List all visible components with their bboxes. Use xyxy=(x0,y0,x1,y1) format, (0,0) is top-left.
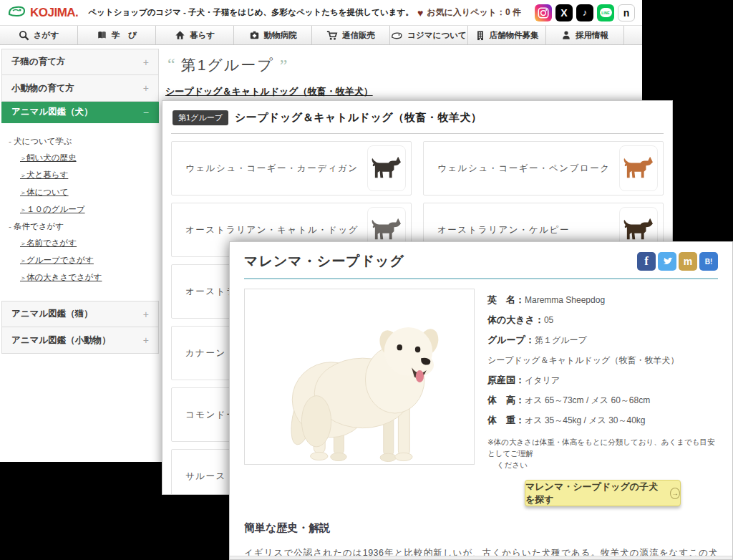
arrow-right-icon: → xyxy=(670,488,680,499)
logo-text: KOJIMA. xyxy=(30,6,78,20)
breed-photo xyxy=(244,289,475,465)
hatena-icon[interactable]: B! xyxy=(699,252,718,271)
field-value: オス 65～73cm / メス 60～68cm xyxy=(525,395,650,405)
size-note: ※体の大きさは体重・体高をもとに分類しており、あくまでも目安としてご理解 くださ… xyxy=(487,436,718,470)
heart-icon: ♥ xyxy=(417,7,423,19)
group-link[interactable]: シープドッグ＆キャトルドッグ（牧畜・牧羊犬） xyxy=(165,85,642,98)
history-heading: 簡単な歴史・解説 xyxy=(244,521,718,535)
note-icon[interactable]: n xyxy=(618,4,635,21)
breed-details: 英 名：Maremma Sheepdog 体の大きさ：05 グループ：第１グルー… xyxy=(475,289,718,506)
field-label: 英 名： xyxy=(487,294,525,305)
field-value: 第１グループ xyxy=(535,335,587,345)
dog-thumb-image xyxy=(619,145,658,191)
field-value: オス 35～45kg / メス 30～40kg xyxy=(525,415,646,425)
sidebar-submenu: 犬について学ぶ 飼い犬の歴史 犬と暮らす 体について １０のグループ 条件でさが… xyxy=(1,123,159,301)
field-label: 体 高： xyxy=(487,395,525,405)
dog-thumb-image xyxy=(367,145,406,191)
field-label: グループ： xyxy=(487,334,535,345)
nav-item-recruit[interactable]: 採用情報 xyxy=(546,26,624,44)
sidebar-item-small-animal-care[interactable]: 小動物の育て方 + xyxy=(1,75,159,102)
minus-icon: − xyxy=(143,107,149,118)
group-card-header: 第1グループ シープドッグ＆キャトルドッグ（牧畜・牧羊犬） xyxy=(171,107,664,134)
field-value: シープドッグ＆キャトルドッグ（牧畜・牧羊犬） xyxy=(487,355,679,365)
nav-item-learn[interactable]: 学 び xyxy=(78,26,156,44)
field-label: 体 重： xyxy=(487,415,525,425)
field-value: イタリア xyxy=(525,375,560,385)
sidebar-item-cat-encyclopedia[interactable]: アニマル図鑑（猫） + xyxy=(1,301,159,327)
search-icon xyxy=(19,30,29,41)
kojima-logo[interactable]: KOJIMA. xyxy=(7,4,78,21)
favorites-link[interactable]: ♥ お気に入りペット：0 件 xyxy=(417,6,521,19)
breed-card-welsh-corgi-pembroke[interactable]: ウェルシュ・コーギー・ペンブローク xyxy=(423,141,664,195)
sidebar: 子猫の育て方 + 小動物の育て方 + アニマル図鑑（犬） − 犬について学ぶ 飼… xyxy=(0,45,161,354)
mixi-icon[interactable]: m xyxy=(679,252,697,271)
submenu-heading-learn-dogs: 犬について学ぶ xyxy=(9,136,153,147)
building-icon xyxy=(475,30,485,41)
plus-icon: + xyxy=(143,309,149,320)
sidebar-item-dog-encyclopedia[interactable]: アニマル図鑑（犬） − xyxy=(1,102,159,123)
x-icon[interactable]: X xyxy=(555,4,573,21)
sidebar-link-living-with-dogs[interactable]: 犬と暮らす xyxy=(20,170,153,180)
nav-item-property[interactable]: 店舗物件募集 xyxy=(468,26,546,44)
instagram-icon[interactable] xyxy=(535,4,552,21)
sidebar-link-search-by-group[interactable]: グループでさがす xyxy=(20,255,153,266)
sidebar-link-search-by-size[interactable]: 体の大きさでさがす xyxy=(20,272,153,283)
breed-name: ウェルシュ・コーギー・ペンブローク xyxy=(437,163,611,175)
page-title: 第1グループ xyxy=(168,55,642,75)
submenu-heading-search-by: 条件でさがす xyxy=(9,221,153,232)
breed-detail-card: マレンマ・シープドッグ f m B! xyxy=(229,241,733,560)
plus-icon: + xyxy=(143,82,149,94)
site-header: KOJIMA. ペットショップのコジマ - 子犬・子猫をはじめ、多彩なペットたち… xyxy=(0,0,642,25)
line-icon[interactable]: LINE xyxy=(597,4,614,21)
breed-name: オーストラリアン・キャトル・ドッグ xyxy=(185,224,359,236)
tiktok-icon[interactable]: ♪ xyxy=(576,4,593,21)
sidebar-link-dog-history[interactable]: 飼い犬の歴史 xyxy=(20,153,153,163)
sidebar-item-small-animal-encyclopedia[interactable]: アニマル図鑑（小動物） + xyxy=(1,327,159,354)
find-puppy-button[interactable]: マレンマ・シープドッグの子犬を探す → xyxy=(525,480,681,506)
person-icon xyxy=(561,30,571,40)
bird-icon xyxy=(391,31,403,40)
sidebar-link-search-by-name[interactable]: 名前でさがす xyxy=(20,238,153,248)
field-label: 体の大きさ： xyxy=(487,314,544,325)
nav-filler xyxy=(624,26,642,44)
nav-item-shop[interactable]: 通信販売 xyxy=(312,26,390,44)
facebook-icon[interactable]: f xyxy=(637,252,656,271)
maremma-sheepdog-image xyxy=(252,298,467,464)
group-card-title: シープドッグ＆キャトルドッグ（牧畜・牧羊犬） xyxy=(235,111,482,125)
sidebar-link-ten-groups[interactable]: １０のグループ xyxy=(20,204,153,215)
house-icon xyxy=(175,30,185,40)
share-buttons: f m B! xyxy=(637,252,718,271)
breed-name: ウェルシュ・コーギー・カーディガン xyxy=(185,163,359,175)
field-label: 原産国： xyxy=(487,375,525,385)
twitter-icon[interactable] xyxy=(658,252,676,271)
nav-item-about[interactable]: コジマについて xyxy=(390,26,468,44)
breed-title: マレンマ・シープドッグ xyxy=(244,252,404,271)
cart-icon xyxy=(326,30,338,41)
hospital-cross-icon xyxy=(249,30,260,40)
kojima-bird-icon xyxy=(7,4,27,21)
nav-item-search[interactable]: さがす xyxy=(0,26,78,44)
book-icon xyxy=(97,30,107,40)
breed-name: オーストラリアン・ケルピー xyxy=(437,224,570,236)
group-badge: 第1グループ xyxy=(173,110,228,125)
field-value: 05 xyxy=(544,315,553,325)
nav-item-live[interactable]: 暮らす xyxy=(156,26,234,44)
section-divider xyxy=(230,556,732,559)
sidebar-item-kitten-care[interactable]: 子猫の育て方 + xyxy=(1,49,159,75)
sidebar-link-about-body[interactable]: 体について xyxy=(20,187,153,198)
field-value: Maremma Sheepdog xyxy=(525,295,605,305)
site-tagline: ペットショップのコジマ - 子犬・子猫をはじめ、多彩なペットたちを提供しています… xyxy=(88,7,414,18)
nav-item-hospital[interactable]: 動物病院 xyxy=(234,26,312,44)
plus-icon: + xyxy=(143,334,149,346)
breed-card-welsh-corgi-cardigan[interactable]: ウェルシュ・コーギー・カーディガン xyxy=(171,141,412,195)
title-divider xyxy=(244,278,718,279)
plus-icon: + xyxy=(143,57,149,68)
main-nav: さがす 学 び 暮らす 動物病院 通信販売 コジマについて 店舗物件募集 採用 xyxy=(0,25,642,45)
favorites-count: お気に入りペット：0 件 xyxy=(427,6,521,19)
